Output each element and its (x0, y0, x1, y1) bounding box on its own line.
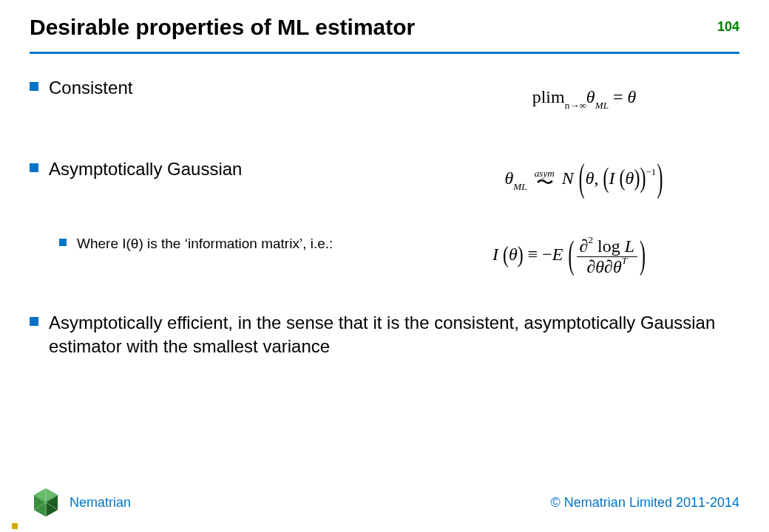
sym-theta: θ (626, 168, 634, 188)
bullet-item: Consistent (30, 76, 444, 100)
sym-sq: 2 (588, 234, 593, 245)
header: Desirable properties of ML estimator 104 (0, 0, 769, 54)
slide-number: 104 (717, 19, 739, 35)
footer: Nematrian © Nematrian Limited 2011-2014 (30, 486, 739, 519)
bullet-item: Asymptotically Gaussian (30, 157, 444, 181)
sym-theta: θ (586, 87, 595, 106)
sym-I: I (609, 168, 615, 188)
row-asym-gaussian: Asymptotically Gaussian θML asym 〜 N (θ,… (30, 157, 739, 202)
sym-eq: = (609, 87, 628, 106)
formula-consistent: plimn→∞θML = θ (444, 76, 739, 120)
sym-comma: , (594, 168, 603, 188)
sym-I: I (492, 245, 498, 265)
divider (30, 52, 739, 54)
bullet-icon (30, 82, 38, 91)
bullet-text: Asymptotically efficient, in the sense t… (49, 311, 739, 359)
bullet-icon (59, 239, 67, 246)
copyright: © Nematrian Limited 2011-2014 (551, 495, 739, 511)
formula-info-matrix: I (θ) ≡ −E ( ∂2 log L ∂θ∂θT ) (414, 234, 739, 279)
row-efficient: Asymptotically efficient, in the sense t… (30, 311, 739, 359)
row-info-matrix: Where I(θ) is the ‘information matrix’, … (30, 234, 739, 279)
formula-asym-gaussian: θML asym 〜 N (θ, (I (θ))−1) (444, 157, 739, 202)
bullet-text: Consistent (49, 76, 132, 100)
bullet-item: Asymptotically efficient, in the sense t… (30, 311, 739, 359)
sym-theta-rhs: θ (628, 87, 637, 106)
sym-log: log (593, 236, 625, 256)
sym-asym-dist: asym 〜 (535, 170, 555, 189)
brand: Nematrian (30, 486, 131, 519)
sym-dtheta: ∂θ (604, 257, 622, 276)
sym-E: E (552, 245, 563, 265)
bullet-icon (30, 317, 38, 326)
sym-theta: θ (586, 168, 594, 188)
fraction: ∂2 log L ∂θ∂θT (577, 236, 637, 276)
sym-equiv-neg: ≡ − (524, 245, 552, 265)
bullet-text: Asymptotically Gaussian (49, 157, 242, 181)
sym-inverse: −1 (646, 166, 656, 177)
sym-theta: θ (509, 245, 518, 265)
sym-ml-sub: ML (513, 181, 526, 192)
sym-theta: θ (505, 168, 514, 188)
bullet-icon (30, 163, 38, 172)
slide: Desirable properties of ML estimator 104… (0, 0, 769, 532)
logo-icon (30, 486, 62, 519)
sym-plim: plim (532, 87, 565, 106)
sym-ml-sub: ML (595, 100, 609, 111)
sym-partial: ∂ (580, 236, 589, 256)
corner-marker-icon (12, 523, 18, 529)
page-title: Desirable properties of ML estimator (30, 15, 739, 52)
sym-T: T (622, 255, 627, 266)
brand-name: Nematrian (70, 495, 131, 511)
sym-sub-n-inf: n→∞ (565, 100, 586, 111)
bullet-text: Where I(θ) is the ‘information matrix’, … (77, 234, 333, 253)
body: Consistent plimn→∞θML = θ Asymptotically… (0, 54, 769, 359)
bullet-item-sub: Where I(θ) is the ‘information matrix’, … (59, 234, 414, 253)
sym-L: L (625, 236, 634, 256)
row-consistent: Consistent plimn→∞θML = θ (30, 76, 739, 120)
sym-dtheta: ∂θ (586, 257, 604, 276)
sym-N: N (562, 168, 574, 188)
sym-tilde: 〜 (535, 177, 555, 189)
